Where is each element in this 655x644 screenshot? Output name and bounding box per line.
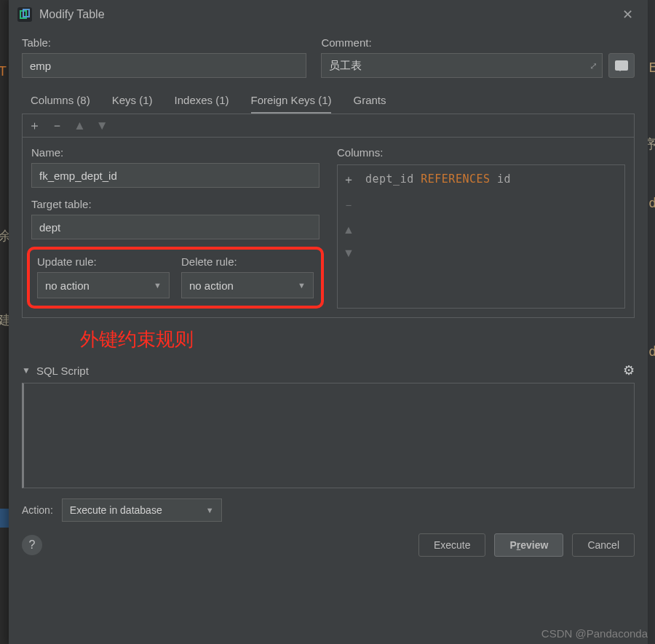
update-rule-label: Update rule: [37, 255, 170, 268]
comment-label: Comment: [321, 36, 635, 49]
modify-table-dialog: Modify Table ✕ Table: emp Comment: 员工表 ⤢ [9, 0, 648, 644]
remove-icon[interactable]: － [51, 119, 63, 132]
app-icon [17, 7, 32, 22]
move-up-icon[interactable]: ▲ [74, 119, 86, 132]
preview-button[interactable]: Preview [494, 533, 563, 557]
fk-name-input[interactable]: fk_emp_dept_id [31, 163, 319, 188]
dialog-content: Table: emp Comment: 员工表 ⤢ C [9, 29, 648, 644]
columns-text[interactable]: dept_id REFERENCES id [360, 165, 624, 308]
execute-button[interactable]: Execute [418, 533, 486, 557]
comment-field-group: Comment: 员工表 ⤢ [321, 36, 635, 78]
update-rule-select[interactable]: no action ▼ [37, 272, 170, 298]
update-rule-value: no action [45, 279, 90, 292]
tab-foreign-keys[interactable]: Foreign Keys (1) [251, 94, 332, 114]
action-select[interactable]: Execute in database ▼ [62, 498, 222, 522]
table-name-value: emp [30, 60, 51, 72]
add-icon[interactable]: ＋ [343, 172, 354, 188]
chevron-down-icon: ▼ [298, 281, 306, 290]
chevron-down-icon: ▼ [154, 281, 162, 290]
action-row: Action: Execute in database ▼ [22, 488, 635, 525]
peek-char: d [648, 195, 655, 210]
sql-script-editor[interactable] [22, 383, 635, 488]
peek-char: E [648, 60, 655, 75]
fk-target-value: dept [39, 221, 60, 234]
delete-rule-value: no action [189, 279, 234, 292]
titlebar: Modify Table ✕ [9, 0, 648, 29]
action-value: Execute in database [70, 504, 162, 516]
tab-grants[interactable]: Grants [353, 94, 386, 114]
rules-highlight: Update rule: no action ▼ Delete rule: no… [27, 247, 324, 309]
comment-value: 员工表 [329, 59, 362, 73]
fk-target-input[interactable]: dept [31, 215, 319, 239]
fk-columns: Columns: ＋ － ▲ ▼ dept_id REFERENCES id [328, 138, 634, 317]
dialog-title: Modify Table [39, 8, 105, 21]
sql-script-title: SQL Script [36, 365, 89, 377]
panel-toolbar: ＋ － ▲ ▼ [23, 114, 634, 138]
tab-indexes[interactable]: Indexes (1) [175, 94, 229, 114]
expand-icon[interactable]: ⤢ [590, 60, 598, 71]
background-selection-peek [0, 509, 9, 528]
speech-bubble-icon [615, 60, 628, 71]
columns-label: Columns: [337, 146, 625, 159]
add-icon[interactable]: ＋ [28, 119, 41, 132]
table-label: Table: [22, 36, 306, 49]
delete-rule-label: Delete rule: [181, 255, 314, 268]
action-label: Action: [22, 504, 53, 516]
columns-area: ＋ － ▲ ▼ dept_id REFERENCES id [337, 164, 625, 309]
sql-script-header[interactable]: ▼ SQL Script ⚙ [22, 358, 635, 383]
gear-icon[interactable]: ⚙ [623, 362, 635, 378]
remove-icon[interactable]: － [343, 198, 354, 213]
fk-target-label: Target table: [31, 198, 319, 210]
cancel-button[interactable]: Cancel [572, 533, 635, 557]
move-up-icon[interactable]: ▲ [343, 223, 354, 236]
fk-details: Name: fk_emp_dept_id Target table: dept … [23, 138, 328, 317]
table-field-group: Table: emp [22, 36, 306, 78]
move-down-icon[interactable]: ▼ [343, 247, 354, 260]
comment-popup-button[interactable] [608, 53, 635, 78]
foreign-keys-panel: ＋ － ▲ ▼ Name: fk_emp_dept_id Target tabl… [22, 114, 635, 318]
dialog-button-row: ? Execute Preview Cancel [22, 525, 635, 568]
fk-name-value: fk_emp_dept_id [39, 170, 117, 182]
chevron-down-icon: ▼ [206, 506, 214, 514]
tab-columns[interactable]: Columns (8) [31, 94, 90, 114]
delete-rule-select[interactable]: no action ▼ [181, 272, 314, 298]
help-button[interactable]: ? [22, 535, 42, 555]
tab-keys[interactable]: Keys (1) [112, 94, 153, 114]
table-name-input[interactable]: emp [22, 53, 306, 78]
peek-char: d [648, 343, 655, 359]
comment-input[interactable]: 员工表 ⤢ [321, 53, 603, 78]
peek-char-left: T [0, 64, 7, 79]
close-icon[interactable]: ✕ [616, 4, 639, 25]
fk-name-label: Name: [31, 146, 319, 159]
tabs: Columns (8) Keys (1) Indexes (1) Foreign… [22, 84, 635, 114]
annotation-text: 外键约束规则 [22, 318, 635, 358]
columns-toolbar: ＋ － ▲ ▼ [338, 165, 360, 308]
move-down-icon[interactable]: ▼ [96, 119, 108, 132]
collapse-icon: ▼ [22, 365, 31, 375]
